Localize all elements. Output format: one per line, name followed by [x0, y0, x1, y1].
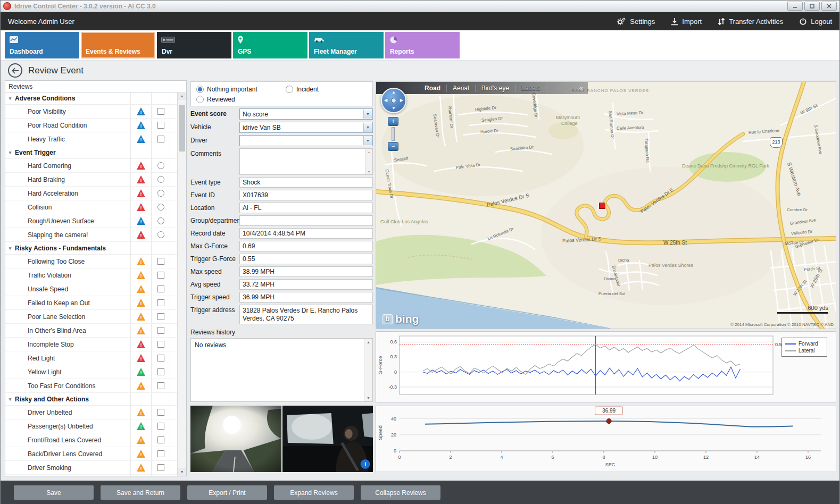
review-checkbox[interactable] — [157, 258, 164, 265]
select-driver[interactable]: ▾ — [239, 135, 373, 146]
review-radio[interactable] — [157, 190, 164, 197]
toolbar-collapse-icon[interactable]: « — [579, 84, 588, 92]
map-view-labels[interactable]: Labels — [515, 85, 546, 92]
review-group-event-trigger[interactable]: ▾Event Trigger — [5, 146, 178, 159]
field-location[interactable]: Al - FL — [239, 203, 373, 213]
chevron-down-icon[interactable]: ▾ — [363, 110, 372, 119]
review-checkbox[interactable] — [157, 327, 164, 334]
review-checkbox[interactable] — [157, 382, 164, 389]
field-trigger-speed[interactable]: 36.99 MPH — [239, 292, 373, 303]
review-checkbox[interactable] — [157, 409, 164, 416]
pan-north-icon[interactable]: ▲ — [392, 90, 396, 95]
collapse-arrow-icon[interactable]: ▾ — [5, 397, 15, 402]
field-event-id[interactable]: X017639 — [239, 190, 373, 200]
review-radio[interactable] — [157, 176, 164, 183]
minimize-button[interactable] — [787, 2, 803, 11]
reviews-scrollbar[interactable]: ▲ ▼ — [177, 92, 186, 476]
map-view-birds-eye[interactable]: Bird's eye — [476, 85, 515, 92]
scroll-up-icon[interactable]: ▲ — [178, 92, 186, 100]
review-radio[interactable] — [157, 217, 164, 224]
pan-west-icon[interactable]: ◀ — [384, 98, 387, 103]
collapse-arrow-icon[interactable]: ▾ — [5, 246, 15, 251]
tab-reports[interactable]: Reports — [385, 32, 460, 58]
review-checkbox[interactable] — [157, 136, 164, 142]
review-group-risky-actions-fundamentals[interactable]: ▾Risky Actions - Fundamentals — [5, 242, 178, 255]
chevron-down-icon[interactable]: ▾ — [363, 136, 372, 145]
radio-icon[interactable] — [196, 96, 204, 103]
save-and-return-button[interactable]: Save and Return — [101, 485, 180, 500]
map-view-aerial[interactable]: Aerial — [447, 85, 476, 92]
transfer-activities-button[interactable]: Transfer Activities — [718, 18, 783, 26]
settings-button[interactable]: Settings — [617, 17, 655, 26]
cabin-camera-thumbnail[interactable]: i — [282, 406, 373, 472]
field-max-g-force[interactable]: 0.69 — [239, 241, 373, 251]
review-radio[interactable] — [157, 204, 164, 211]
map-compass-control[interactable]: ▲ ▼ ◀ ▶ — [381, 88, 406, 113]
field-trigger-g-force[interactable]: 0.55 — [239, 254, 373, 264]
export-print-button[interactable]: Export / Print — [187, 485, 267, 500]
field-event-type[interactable]: Shock — [239, 177, 373, 188]
review-radio[interactable] — [157, 231, 164, 238]
collapse-arrow-icon[interactable]: ▾ — [5, 96, 15, 101]
field-avg-speed[interactable]: 33.72 MPH — [239, 279, 373, 290]
review-checkbox[interactable] — [157, 450, 164, 457]
map-view-road[interactable]: Road — [419, 85, 447, 92]
back-button[interactable] — [8, 63, 22, 78]
import-button[interactable]: Import — [671, 18, 702, 26]
review-checkbox[interactable] — [157, 423, 164, 430]
bing-map[interactable]: EAST RANCHO PALOS VERDESMarymountCollege… — [376, 81, 836, 329]
review-checkbox[interactable] — [157, 436, 164, 443]
comments-textarea[interactable]: ▴▾ — [239, 148, 373, 175]
review-checkbox[interactable] — [157, 341, 164, 348]
tab-dashboard[interactable]: Dashboard — [5, 32, 79, 58]
save-button[interactable]: Save — [14, 485, 94, 500]
zoom-slider[interactable] — [392, 127, 395, 141]
pan-south-icon[interactable]: ▼ — [392, 106, 396, 111]
radio-reviewed[interactable]: Reviewed — [196, 96, 286, 103]
review-checkbox[interactable] — [157, 355, 164, 362]
event-location-marker[interactable] — [599, 203, 605, 209]
textarea-scrollbar[interactable]: ▴▾ — [365, 149, 372, 174]
zoom-in-button[interactable]: + — [388, 117, 398, 126]
scroll-down-icon[interactable]: ▼ — [178, 468, 186, 476]
collapse-arrow-icon[interactable]: ▾ — [5, 150, 15, 155]
pan-east-icon[interactable]: ▶ — [400, 98, 403, 103]
select-vehicle[interactable]: idrive Van SB▾ — [239, 122, 373, 133]
radio-nothing-important[interactable]: Nothing important — [196, 86, 286, 93]
tab-gps[interactable]: GPS — [233, 32, 307, 58]
compass-center[interactable] — [391, 98, 396, 103]
history-scrollbar[interactable]: ▲▼ — [364, 339, 372, 401]
field-max-speed[interactable]: 38.99 MPH — [239, 266, 373, 277]
field-group-department[interactable] — [239, 215, 373, 226]
logout-button[interactable]: Logout — [799, 18, 832, 26]
road-camera-thumbnail[interactable] — [190, 406, 281, 472]
review-group-risky-and-other-actions[interactable]: ▾Risky and Other Actions — [5, 393, 178, 406]
collapse-reviews-button[interactable]: Collapse Reviews — [361, 485, 440, 500]
field-record-date[interactable]: 10/4/2014 4:48:54 PM — [239, 228, 373, 239]
review-checkbox[interactable] — [157, 313, 164, 320]
expand-reviews-button[interactable]: Expand Reviews — [274, 485, 354, 500]
scrollbar-thumb[interactable] — [179, 105, 185, 152]
review-checkbox[interactable] — [157, 108, 164, 115]
review-checkbox[interactable] — [157, 464, 164, 471]
maximize-button[interactable] — [804, 2, 820, 11]
tab-events-reviews[interactable]: Events & Reviews — [81, 32, 155, 58]
radio-icon[interactable] — [286, 86, 293, 93]
radio-incident[interactable]: Incident — [286, 86, 367, 93]
column-spacer — [170, 379, 178, 392]
field-trigger-address[interactable]: 31828 Palos Verdes Dr E, Rancho Palos Ve… — [239, 305, 373, 324]
review-checkbox[interactable] — [157, 122, 164, 129]
review-checkbox[interactable] — [157, 299, 164, 306]
review-group-adverse-conditions[interactable]: ▾Adverse Conditions — [5, 92, 178, 105]
chevron-down-icon[interactable]: ▾ — [363, 123, 372, 132]
zoom-out-button[interactable]: − — [388, 142, 398, 151]
review-checkbox[interactable] — [157, 272, 164, 279]
review-radio[interactable] — [157, 162, 164, 169]
close-button[interactable] — [821, 2, 837, 11]
select-event-score[interactable]: No score▾ — [239, 108, 373, 120]
review-checkbox[interactable] — [157, 368, 164, 375]
radio-icon[interactable] — [196, 86, 204, 93]
review-checkbox[interactable] — [157, 285, 164, 292]
tab-fleet-manager[interactable]: Fleet Manager — [309, 32, 384, 58]
tab-dvr[interactable]: Dvr — [157, 32, 231, 58]
